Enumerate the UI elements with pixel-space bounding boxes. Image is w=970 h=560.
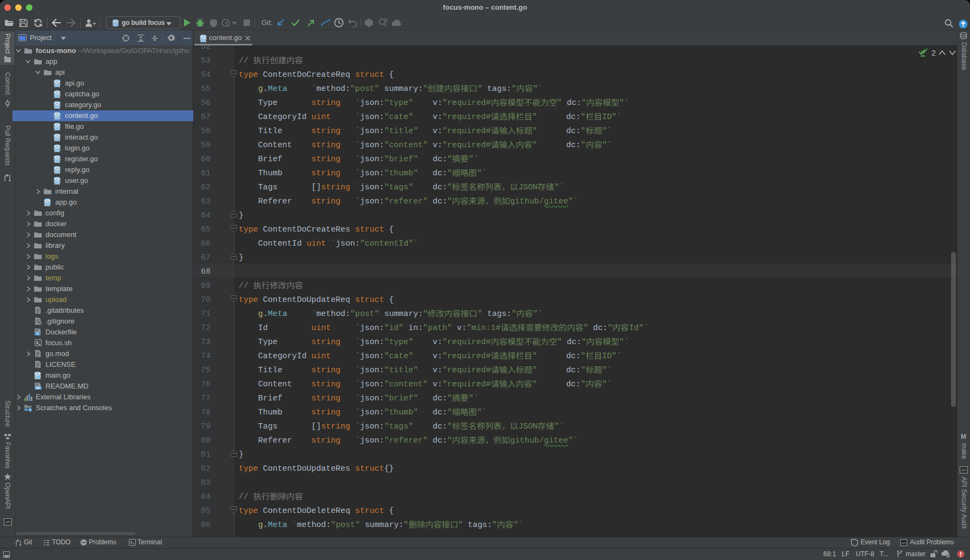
svg-text:API: API (901, 542, 906, 545)
svg-text:D: D (37, 332, 39, 335)
svg-text:API: API (5, 521, 11, 524)
svg-text:API: API (961, 469, 967, 472)
svg-text:MD: MD (36, 386, 41, 390)
